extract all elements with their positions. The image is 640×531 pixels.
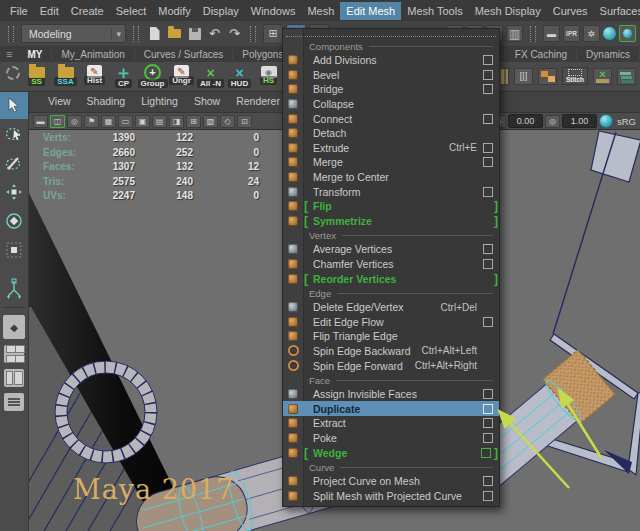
grip-handle[interactable] <box>530 26 536 42</box>
shelf-tab-dynamics[interactable]: Dynamics <box>577 49 640 60</box>
menu-item-bevel[interactable]: Bevel <box>283 68 499 83</box>
menu-item-transform[interactable]: Transform <box>283 184 499 199</box>
menu-item-delete-edge-vertex[interactable]: Delete Edge/VertexCtrl+Del <box>283 300 499 315</box>
save-scene-icon[interactable] <box>186 25 203 42</box>
panel-menu-show[interactable]: Show <box>187 93 227 109</box>
menu-item-extract[interactable]: Extract <box>283 416 499 431</box>
option-box[interactable] <box>483 317 493 327</box>
safe-title-icon[interactable] <box>203 115 218 128</box>
menu-curves[interactable]: Curves <box>547 2 594 20</box>
menu-item-merge[interactable]: Merge <box>283 155 499 170</box>
shelf-item-group[interactable]: Group <box>138 63 167 88</box>
grid-toggle-icon[interactable] <box>101 115 116 128</box>
panel-menu-view[interactable]: View <box>41 93 78 109</box>
panel-menu-shading[interactable]: Shading <box>80 93 133 109</box>
layout-four-pane-button[interactable] <box>4 345 24 363</box>
brackets-icon[interactable] <box>514 68 533 85</box>
ipr-render-icon[interactable]: IPR <box>563 25 580 42</box>
shelf-item-cp[interactable]: CP <box>109 63 138 88</box>
option-box[interactable] <box>483 187 493 197</box>
redo-icon[interactable] <box>226 25 243 42</box>
menu-item-chamfer-vertices[interactable]: Chamfer Vertices <box>283 257 499 272</box>
plant-icon[interactable] <box>593 68 612 85</box>
shelf-menu-icon[interactable]: ≡ <box>0 48 18 60</box>
grip-handle[interactable] <box>133 26 139 42</box>
shelf-item-hist[interactable]: Hist <box>80 63 109 85</box>
shelf-tab-my-animation[interactable]: My_Animation <box>52 49 134 60</box>
menu-item-flip-triangle-edge[interactable]: Flip Triangle Edge <box>283 329 499 344</box>
option-box[interactable] <box>483 389 493 399</box>
select-tool[interactable] <box>0 90 28 119</box>
menu-select[interactable]: Select <box>110 2 153 20</box>
menu-item-extrude[interactable]: ExtrudeCtrl+E <box>283 141 499 156</box>
option-box[interactable] <box>483 84 493 94</box>
open-scene-icon[interactable] <box>166 25 183 42</box>
shelf-gear-icon[interactable] <box>4 63 22 79</box>
menu-item-project-curve-on-mesh[interactable]: Project Curve on Mesh <box>283 474 499 489</box>
option-box[interactable] <box>483 433 493 443</box>
option-box[interactable] <box>483 404 493 414</box>
menu-modify[interactable]: Modify <box>152 2 196 20</box>
snap-point-icon[interactable] <box>506 25 523 42</box>
option-box[interactable] <box>483 143 493 153</box>
shelf-tab-my[interactable]: MY <box>18 49 52 60</box>
shelf-item-all-n[interactable]: All -N <box>196 63 225 88</box>
joint-manipulator-icon[interactable] <box>0 274 28 303</box>
option-box[interactable] <box>483 259 493 269</box>
menu-item-reorder-vertices[interactable]: Reorder Vertices <box>283 271 499 286</box>
field-chart-icon[interactable] <box>169 115 184 128</box>
undo-icon[interactable] <box>206 25 223 42</box>
wireframe-icon[interactable] <box>220 115 235 128</box>
option-box[interactable] <box>483 476 493 486</box>
move-tool[interactable] <box>0 177 28 206</box>
option-box[interactable] <box>483 491 493 501</box>
layout-two-pane-button[interactable] <box>4 369 24 387</box>
menu-item-connect[interactable]: Connect <box>283 111 499 126</box>
menu-item-poke[interactable]: Poke <box>283 431 499 446</box>
color-management-icon[interactable] <box>599 114 613 128</box>
shelf-item-hud[interactable]: HUD <box>225 63 254 88</box>
view-flag-icon[interactable] <box>84 115 99 128</box>
selection-mask-hierarchy-icon[interactable] <box>263 24 283 44</box>
menu-create[interactable]: Create <box>65 2 110 20</box>
film-gate-icon[interactable] <box>118 115 133 128</box>
menu-mesh-tools[interactable]: Mesh Tools <box>401 2 468 20</box>
lasso-tool[interactable] <box>0 119 28 148</box>
menu-mesh[interactable]: Mesh <box>301 2 340 20</box>
poly-cubes-icon[interactable] <box>538 68 557 85</box>
menu-item-spin-edge-backward[interactable]: Spin Edge BackwardCtrl+Alt+Left <box>283 344 499 359</box>
menu-edit[interactable]: Edit <box>34 2 65 20</box>
menu-item-symmetrize[interactable]: Symmetrize <box>283 214 499 229</box>
option-box[interactable] <box>483 70 493 80</box>
xray-icon[interactable] <box>237 115 252 128</box>
option-box[interactable] <box>483 244 493 254</box>
shelf-tab-fx-caching[interactable]: FX Caching <box>506 49 577 60</box>
image-plane-icon[interactable] <box>67 115 82 128</box>
menu-item-split-mesh-with-projected-curve[interactable]: Split Mesh with Projected Curve <box>283 488 499 503</box>
menu-item-collapse[interactable]: Collapse <box>283 97 499 112</box>
render-view-icon[interactable] <box>543 25 560 42</box>
menu-display[interactable]: Display <box>197 2 245 20</box>
menu-item-add-divisions[interactable]: Add Divisions <box>283 53 499 68</box>
option-box[interactable] <box>483 55 493 65</box>
menu-tearoff[interactable] <box>286 32 496 37</box>
option-box[interactable] <box>483 418 493 428</box>
hypershade-icon[interactable] <box>603 27 616 40</box>
menu-item-flip[interactable]: Flip <box>283 199 499 214</box>
menu-item-spin-edge-forward[interactable]: Spin Edge ForwardCtrl+Alt+Right <box>283 358 499 373</box>
panel-menu-renderer[interactable]: Renderer <box>229 93 287 109</box>
grip-handle[interactable] <box>250 26 256 42</box>
menu-edit-mesh[interactable]: Edit Mesh <box>340 2 401 20</box>
menu-item-duplicate[interactable]: Duplicate <box>283 401 499 416</box>
exposure-field[interactable]: 0.00 <box>508 114 543 128</box>
panel-menu-lighting[interactable]: Lighting <box>134 93 185 109</box>
menu-file[interactable]: File <box>4 2 34 20</box>
scale-tool[interactable] <box>0 235 28 264</box>
menu-item-assign-invisible-faces[interactable]: Assign Invisible Faces <box>283 387 499 402</box>
resolution-gate-icon[interactable] <box>135 115 150 128</box>
grip-handle[interactable] <box>8 26 14 42</box>
shelf-item-ssa[interactable]: SSA <box>51 63 80 86</box>
gate-mask-icon[interactable] <box>152 115 167 128</box>
menu-mesh-display[interactable]: Mesh Display <box>469 2 547 20</box>
render-settings-icon[interactable] <box>583 25 600 42</box>
